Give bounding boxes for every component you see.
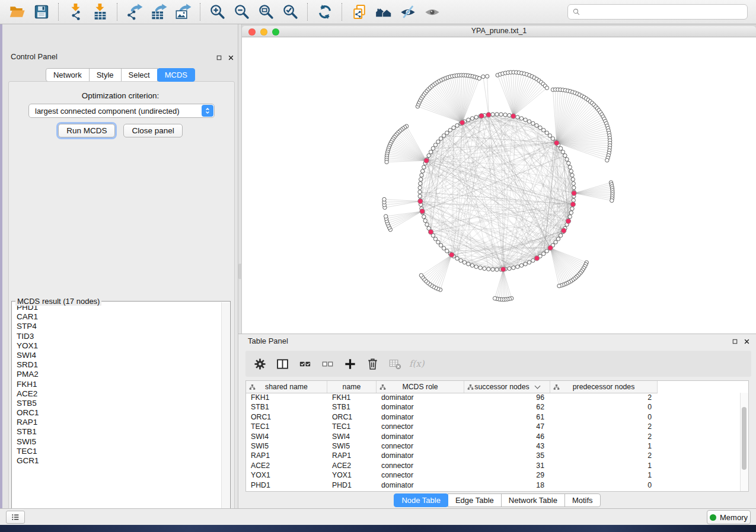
tab-network-table[interactable]: Network Table <box>501 493 565 507</box>
graph-node[interactable] <box>439 137 442 140</box>
graph-node[interactable] <box>535 124 538 127</box>
graph-mcds-node[interactable] <box>460 120 464 125</box>
tab-node-table[interactable]: Node Table <box>394 493 448 507</box>
deselect-all-icon[interactable] <box>318 354 337 373</box>
graph-node[interactable] <box>571 178 575 181</box>
graph-node[interactable] <box>487 267 490 271</box>
graph-node[interactable] <box>419 182 422 185</box>
graph-node[interactable] <box>508 267 511 270</box>
table-row[interactable]: FKH1FKH1dominator962 <box>246 393 741 402</box>
graph-node[interactable] <box>567 161 570 165</box>
graph-node[interactable] <box>503 113 507 117</box>
tab-edge-table[interactable]: Edge Table <box>448 493 502 507</box>
graph-node[interactable] <box>561 150 564 153</box>
table-row[interactable]: YOX1YOX1connector291 <box>246 470 741 480</box>
delete-icon[interactable] <box>363 354 382 373</box>
graph-node[interactable] <box>422 165 426 169</box>
graph-node[interactable] <box>548 134 551 137</box>
zoom-selected-icon[interactable] <box>278 2 302 22</box>
graph-node[interactable] <box>420 174 423 177</box>
graph-node[interactable] <box>545 86 548 89</box>
graph-node[interactable] <box>565 158 569 161</box>
criterion-dropdown[interactable]: largest connected component (undirected) <box>28 104 215 118</box>
save-session-icon[interactable] <box>29 2 53 22</box>
graph-node[interactable] <box>605 158 609 162</box>
graph-node[interactable] <box>519 264 523 267</box>
show-all-icon[interactable] <box>420 2 444 22</box>
tab-mcds[interactable]: MCDS <box>157 68 195 82</box>
table-scrollbar-thumb[interactable] <box>742 407 747 470</box>
graph-node[interactable] <box>481 75 485 78</box>
graph-node[interactable] <box>474 265 478 268</box>
graph-node[interactable] <box>431 146 435 150</box>
graph-node[interactable] <box>384 214 388 218</box>
mcds-result-item[interactable]: RAP1 <box>12 418 221 427</box>
mcds-result-item[interactable]: YOX1 <box>12 341 221 351</box>
refresh-icon[interactable] <box>312 2 337 22</box>
tab-network[interactable]: Network <box>46 68 90 82</box>
graph-node[interactable] <box>439 243 442 247</box>
graph-node[interactable] <box>493 296 496 300</box>
graph-node[interactable] <box>429 150 432 153</box>
graph-node[interactable] <box>425 223 429 226</box>
graph-node[interactable] <box>483 267 486 270</box>
graph-mcds-node[interactable] <box>572 191 576 196</box>
mcds-result-item[interactable]: STB5 <box>12 399 221 408</box>
graph-node[interactable] <box>538 126 542 129</box>
graph-node[interactable] <box>542 252 546 255</box>
graph-mcds-node[interactable] <box>479 113 484 118</box>
graph-mcds-node[interactable] <box>449 252 454 257</box>
export-network-icon[interactable] <box>122 2 146 22</box>
graph-node[interactable] <box>559 233 562 237</box>
graph-node[interactable] <box>427 153 430 157</box>
graph-node[interactable] <box>423 219 427 222</box>
graph-node[interactable] <box>491 113 495 116</box>
add-icon[interactable] <box>340 354 359 373</box>
zoom-in-icon[interactable] <box>205 2 229 22</box>
graph-node[interactable] <box>452 126 455 129</box>
graph-node[interactable] <box>421 169 425 173</box>
export-image-icon[interactable] <box>171 2 195 22</box>
graph-node[interactable] <box>419 274 423 277</box>
graph-node[interactable] <box>557 284 561 288</box>
select-all-icon[interactable] <box>295 354 314 373</box>
graph-node[interactable] <box>568 165 572 169</box>
network-canvas[interactable] <box>242 37 756 334</box>
graph-node[interactable] <box>570 174 574 177</box>
graph-node[interactable] <box>474 116 478 119</box>
mcds-result-item[interactable]: SWI5 <box>12 437 221 447</box>
column-header-predecessor-nodes[interactable]: predecessor nodes <box>550 381 658 393</box>
search-box[interactable] <box>567 4 748 20</box>
table-row[interactable]: ACE2ACE2connector311 <box>246 461 741 470</box>
graph-node[interactable] <box>563 153 567 157</box>
graph-node[interactable] <box>418 190 422 194</box>
mcds-result-item[interactable]: CAR1 <box>12 312 221 322</box>
mcds-result-item[interactable]: SRD1 <box>12 360 221 370</box>
graph-node[interactable] <box>519 117 523 120</box>
mcds-result-item[interactable]: PMA2 <box>12 370 221 379</box>
graph-node[interactable] <box>385 160 388 164</box>
mcds-result-item[interactable]: FKH1 <box>12 380 221 389</box>
graph-node[interactable] <box>499 113 503 116</box>
graph-node[interactable] <box>470 264 474 267</box>
zoom-fit-icon[interactable] <box>254 2 278 22</box>
graph-node[interactable] <box>436 241 440 244</box>
mcds-result-item[interactable]: TEC1 <box>12 447 221 456</box>
tab-motifs[interactable]: Motifs <box>564 493 601 507</box>
graph-node[interactable] <box>572 186 576 190</box>
graph-node[interactable] <box>419 178 423 181</box>
graph-mcds-node[interactable] <box>554 140 559 145</box>
graph-node[interactable] <box>542 129 546 132</box>
mcds-result-item[interactable]: STB1 <box>12 427 221 437</box>
graph-node[interactable] <box>491 268 495 271</box>
graph-node[interactable] <box>477 76 481 80</box>
graph-node[interactable] <box>572 182 575 185</box>
table-float-icon[interactable] <box>731 337 739 346</box>
table-row[interactable]: PHD1PHD1dominator180 <box>246 480 741 490</box>
export-table-icon[interactable] <box>146 2 171 22</box>
column-header-successor-nodes[interactable]: successor nodes <box>464 381 550 393</box>
table-row[interactable]: STB1STB1dominator620 <box>246 402 741 412</box>
mcds-result-item[interactable]: TID3 <box>12 332 221 341</box>
graph-node[interactable] <box>545 131 548 134</box>
graph-node[interactable] <box>559 146 562 150</box>
